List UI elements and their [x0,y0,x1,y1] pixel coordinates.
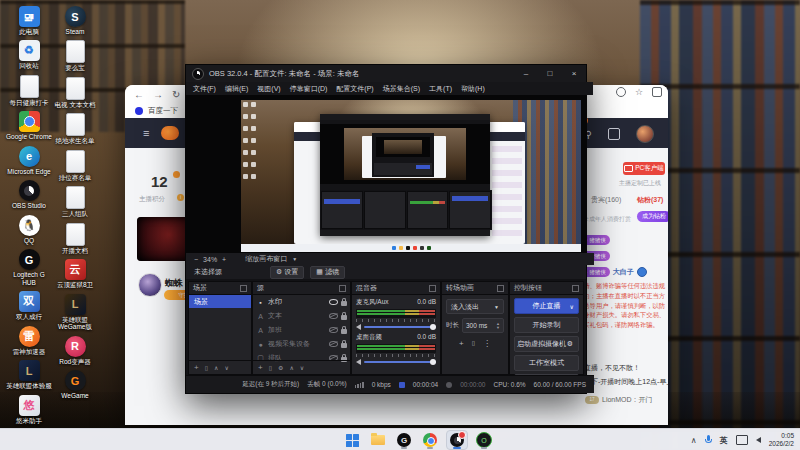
desktop-icon-obs[interactable]: OBS Studio [6,180,52,209]
virtual-camera-button[interactable]: 启动虚拟摄像机⚙ [514,336,579,352]
remove-transition-button[interactable]: ▯ [472,339,475,348]
minimize-button[interactable]: – [514,65,538,82]
menu-tools[interactable]: 工具(T) [429,84,452,94]
bookmark-star-icon[interactable]: ☆ [635,87,643,97]
desktop-icon-recycle-bin[interactable]: ♻ 回收站 [6,40,52,69]
dock-options-icon[interactable] [339,285,346,292]
obs-titlebar[interactable]: OBS 32.0.4 - 配置文件: 未命名 - 场景: 未命名 – □ × [186,65,586,82]
maximize-button[interactable]: □ [538,65,562,82]
desktop-icon-doc4[interactable]: 绝地求生名单 [52,113,98,144]
desktop-icon-doc2[interactable]: 要么宝 [52,40,98,71]
desktop-icon-ghub[interactable]: G Logitech G HUB [6,249,52,286]
desktop-icon-doc7[interactable]: 开播文档 [52,223,98,254]
desktop-icon-leigod[interactable]: 雷 雷神加速器 [6,326,52,355]
chrome-taskbar-button[interactable] [420,431,440,449]
volume-icon[interactable] [756,437,761,443]
source-properties-icon[interactable]: ⚙ [278,364,283,371]
zoom-in-button[interactable]: + [222,256,226,263]
menu-help[interactable]: 帮助(H) [461,84,485,94]
desktop-icon-game-red[interactable]: 云 云顶监狱8卫 [52,259,98,288]
tab-guests[interactable]: 贵宾(160) [591,195,621,205]
speaker-icon[interactable] [356,359,361,365]
desktop-icon-wegame[interactable]: G WeGame [52,370,98,399]
chat-username[interactable]: 大白子 [613,267,634,277]
network-display-icon[interactable] [736,435,748,445]
box-icon[interactable] [608,128,620,140]
reload-icon[interactable]: ↻ [172,89,180,100]
obs-taskbar-button[interactable] [446,430,468,450]
bookmark-baidu[interactable]: 百度一下 [148,106,178,116]
transition-more-icon[interactable]: ⋮ [483,339,491,348]
wegame-taskbar-button[interactable]: O [474,431,494,449]
visibility-eye-off-icon[interactable] [329,313,338,319]
desktop-icon-steam[interactable]: S Steam [52,6,98,35]
studio-mode-button[interactable]: 工作室模式 [514,355,579,371]
lock-icon[interactable] [341,301,347,306]
lock-icon[interactable] [341,343,347,348]
menu-scene-collection[interactable]: 场景集合(S) [383,84,420,94]
start-button[interactable] [342,431,362,449]
tab-diamond-fans[interactable]: 钻粉(37) [637,195,663,205]
hamburger-menu-icon[interactable]: ≡ [143,127,149,139]
duration-spinner[interactable]: 300 ms▲▼ [462,318,504,333]
source-row-capture-device[interactable]: ● 视频采集设备 [253,337,350,351]
source-up-button[interactable]: ∧ [289,364,293,371]
virtual-cam-config-icon[interactable]: ⚙ [563,339,576,349]
add-transition-button[interactable]: + [459,339,464,348]
source-row-overtime[interactable]: A 加班 [253,323,350,337]
ghub-taskbar-button[interactable]: G [394,431,414,449]
remove-source-button[interactable]: ▯ [269,364,272,371]
pc-client-button[interactable]: PC客户端 [623,162,665,175]
ime-indicator[interactable]: 英 [720,435,728,446]
streamer-avatar[interactable] [138,273,162,297]
menu-docks[interactable]: 停靠窗口(D) [290,84,328,94]
source-filters-button[interactable]: ▦滤镜 [310,266,345,279]
microphone-tray-icon[interactable] [705,435,712,445]
visibility-eye-off-icon[interactable] [329,327,338,333]
zoom-preset-dropdown[interactable]: 缩放画布窗口 [245,254,287,264]
forward-icon[interactable]: → [153,89,163,100]
menu-file[interactable]: 文件(F) [193,84,216,94]
remove-scene-button[interactable]: ▯ [205,364,208,371]
add-scene-button[interactable]: + [194,363,199,372]
dock-options-icon[interactable] [497,285,504,292]
close-button[interactable]: × [562,65,586,82]
menu-profile[interactable]: 配置文件(P) [336,84,373,94]
desktop-icon-doc1[interactable]: 每日健康打卡 [6,75,52,106]
taskbar-clock[interactable]: 0:05 2026/2/2 [769,432,794,449]
dock-options-icon[interactable] [429,285,436,292]
become-fan-button[interactable]: 成为钻粉 [637,211,668,222]
desktop-icon-lol-pbe[interactable]: L 英雄联盟体验服 [6,360,52,389]
add-source-button[interactable]: + [258,363,263,372]
scene-down-button[interactable]: ∨ [224,364,228,371]
menu-edit[interactable]: 编辑(E) [225,84,248,94]
dock-options-icon[interactable] [572,285,579,292]
dock-options-icon[interactable] [240,285,247,292]
zoom-page-icon[interactable] [616,87,626,97]
stop-streaming-button[interactable]: 停止直播∨ [514,298,579,314]
start-recording-button[interactable]: 开始录制 [514,317,579,333]
transition-select[interactable]: 淡入淡出▼ [446,299,504,314]
desktop-volume-slider[interactable] [364,361,436,363]
zoom-out-button[interactable]: − [194,256,198,263]
visibility-eye-off-icon[interactable] [329,341,338,347]
obs-preview-canvas[interactable] [186,95,586,253]
desktop-icon-doc6[interactable]: 三人组队 [52,186,98,217]
desktop-icon-edge[interactable]: e Microsoft Edge [6,146,52,175]
desktop-icon-this-pc[interactable]: 🖳 此电脑 [6,6,52,35]
desktop-icon-chrome[interactable]: Google Chrome [6,111,52,140]
source-row-watermark[interactable]: ▪ 水印 [253,295,350,309]
desktop-icon-helper[interactable]: 悠 悠米助手 [6,395,52,424]
source-down-button[interactable]: ∨ [300,364,304,371]
back-icon[interactable]: ← [134,89,144,100]
lock-icon[interactable] [341,329,347,334]
menu-view[interactable]: 视图(V) [257,84,280,94]
info-icon[interactable]: i [177,194,184,201]
scene-item-selected[interactable]: 场景 [189,295,251,308]
desktop-icon-doc5[interactable]: 排位赛名单 [52,150,98,181]
lock-icon[interactable] [341,315,347,320]
tray-overflow-icon[interactable]: ∧ [691,436,697,445]
desktop-icon-doc3[interactable]: 电视 文本文档 [52,77,98,108]
speaker-icon[interactable] [356,324,361,330]
mic-volume-slider[interactable] [364,326,436,328]
